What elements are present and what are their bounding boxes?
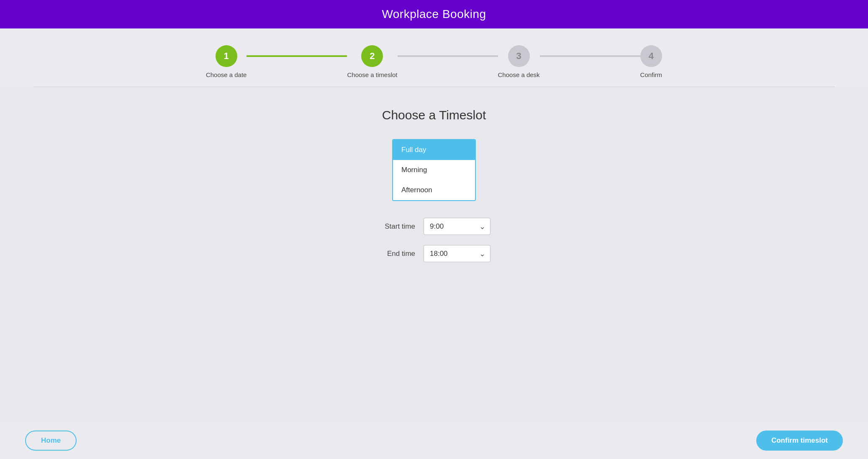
bottom-bar: Home Confirm timeslot bbox=[0, 422, 868, 459]
start-time-row: Start time 9:00 9:30 10:00 10:30 11:00 1… bbox=[378, 218, 490, 235]
stepper: 1 Choose a date 2 Choose a timeslot 3 Ch… bbox=[0, 41, 868, 87]
start-time-wrapper: 9:00 9:30 10:00 10:30 11:00 11:30 12:00 … bbox=[424, 218, 490, 235]
step-line-2 bbox=[398, 55, 498, 57]
step-circle-4: 4 bbox=[640, 45, 662, 67]
home-button[interactable]: Home bbox=[25, 431, 77, 451]
step-line-1 bbox=[247, 55, 347, 57]
step-circle-2: 2 bbox=[361, 45, 383, 67]
step-label-1: Choose a date bbox=[206, 71, 247, 78]
app-title: Workplace Booking bbox=[382, 8, 486, 21]
step-circle-3: 3 bbox=[508, 45, 530, 67]
app-header: Workplace Booking bbox=[0, 0, 868, 28]
timeslot-full-day[interactable]: Full day bbox=[393, 140, 475, 160]
timeslot-morning[interactable]: Morning bbox=[393, 160, 475, 180]
step-1: 1 Choose a date bbox=[206, 45, 247, 78]
step-line-3 bbox=[540, 55, 640, 57]
page-title: Choose a Timeslot bbox=[382, 108, 486, 122]
confirm-timeslot-button[interactable]: Confirm timeslot bbox=[756, 431, 843, 451]
step-4: 4 Confirm bbox=[640, 45, 663, 78]
timeslot-list: Full day Morning Afternoon bbox=[392, 139, 476, 201]
time-fields: Start time 9:00 9:30 10:00 10:30 11:00 1… bbox=[378, 218, 490, 262]
end-time-label: End time bbox=[378, 250, 415, 258]
main-content: Choose a Timeslot Full day Morning After… bbox=[0, 87, 868, 422]
step-circle-1: 1 bbox=[216, 45, 237, 67]
step-2: 2 Choose a timeslot bbox=[347, 45, 397, 78]
start-time-label: Start time bbox=[378, 222, 415, 231]
timeslot-afternoon[interactable]: Afternoon bbox=[393, 180, 475, 200]
end-time-select[interactable]: 9:00 9:30 10:00 10:30 11:00 11:30 12:00 … bbox=[424, 245, 490, 262]
step-label-3: Choose a desk bbox=[498, 71, 540, 78]
end-time-wrapper: 9:00 9:30 10:00 10:30 11:00 11:30 12:00 … bbox=[424, 245, 490, 262]
step-3: 3 Choose a desk bbox=[498, 45, 540, 78]
step-label-2: Choose a timeslot bbox=[347, 71, 397, 78]
start-time-select[interactable]: 9:00 9:30 10:00 10:30 11:00 11:30 12:00 … bbox=[424, 218, 490, 235]
stepper-section: 1 Choose a date 2 Choose a timeslot 3 Ch… bbox=[0, 28, 868, 87]
end-time-row: End time 9:00 9:30 10:00 10:30 11:00 11:… bbox=[378, 245, 490, 262]
step-label-4: Confirm bbox=[640, 71, 663, 78]
